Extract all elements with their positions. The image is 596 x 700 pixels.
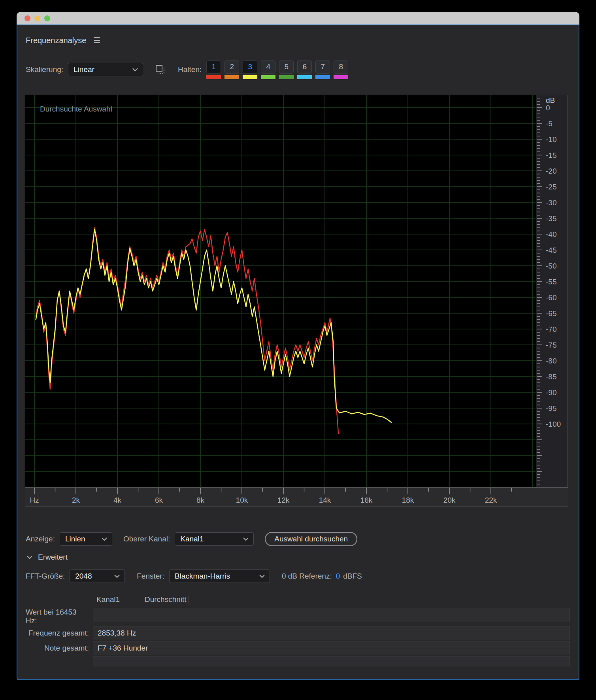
halten-hold-8: 8 [334, 61, 348, 79]
minimize-window-button[interactable] [34, 15, 40, 21]
zoom-window-button[interactable] [44, 15, 50, 21]
erweitert-collapse-icon[interactable] [27, 554, 32, 561]
freeze-selection-icon[interactable] [155, 63, 166, 76]
halten-button-4[interactable]: 4 [261, 61, 275, 74]
db-tick-label: -80 [546, 357, 556, 365]
table-row: Wert bei 16453 Hz: [26, 608, 570, 625]
db-tick-label: -75 [546, 341, 556, 349]
chevron-down-icon [243, 537, 249, 541]
freq-tick-label: 6k [155, 496, 163, 504]
db-tick-label: -100 [546, 420, 561, 428]
halten-buttons-group: 12345678 [206, 61, 348, 79]
table-col-durchschnitt: Durchschnitt [141, 595, 189, 604]
freq-tick-label: Hz [30, 496, 39, 504]
db-referenz-value[interactable]: 0 [336, 572, 340, 581]
db-tick-label: 0 [546, 104, 550, 112]
db-tick-label: -65 [546, 309, 556, 318]
freq-tick-label: 12k [277, 496, 290, 504]
halten-button-1[interactable]: 1 [206, 61, 221, 74]
halten-button-2[interactable]: 2 [224, 61, 239, 74]
page-title: Frequenzanalyse [26, 36, 86, 45]
db-tick-label: -5 [546, 119, 553, 128]
halten-hold-4: 4 [261, 61, 275, 79]
db-tick-label: -55 [546, 278, 556, 286]
halten-hold-6: 6 [297, 61, 312, 79]
halten-button-5[interactable]: 5 [279, 61, 294, 74]
skalierung-select[interactable]: Linear [68, 63, 143, 76]
oberer-kanal-label: Oberer Kanal: [123, 535, 170, 543]
halten-label: Halten: [178, 65, 202, 74]
chevron-down-icon [132, 68, 138, 72]
freq-tick-label: 14k [319, 496, 331, 504]
db-tick-label: -20 [546, 167, 556, 175]
titlebar[interactable] [17, 12, 579, 25]
db-tick-label: -10 [546, 135, 556, 144]
plot-background[interactable] [25, 95, 536, 487]
anzeige-label: Anzeige: [26, 535, 55, 543]
halten-color-strip-1 [206, 75, 221, 79]
halten-button-3[interactable]: 3 [243, 61, 257, 74]
freq-tick-label: 10k [236, 496, 248, 504]
db-tick-label: -60 [546, 293, 556, 302]
halten-color-strip-3 [243, 75, 257, 79]
auswahl-durchsuchen-button[interactable]: Auswahl durchsuchen [265, 532, 357, 546]
halten-color-strip-7 [315, 75, 330, 79]
table-row: Note gesamt:F7 +36 Hunder [26, 641, 570, 655]
freq-tick-label: 2k [72, 496, 80, 504]
db-axis-title: dB [546, 96, 555, 104]
freq-tick-label: 18k [402, 496, 414, 504]
table-row: Frequenz gesamt:2853,38 Hz [26, 626, 570, 640]
db-tick-label: -30 [546, 199, 556, 207]
erweitert-section-title[interactable]: Erweitert [38, 553, 68, 562]
db-referenz-label: 0 dB Referenz: [282, 572, 332, 581]
fft-groesse-select[interactable]: 2048 [70, 569, 125, 583]
db-tick-label: -40 [546, 230, 556, 238]
halten-button-8[interactable]: 8 [334, 61, 348, 74]
close-window-button[interactable] [25, 15, 30, 21]
fenster-label: Fenster: [137, 572, 164, 581]
fenster-select[interactable]: Blackman-Harris [169, 569, 270, 583]
frequency-spectrum-chart[interactable]: Durchsuchte AuswahldB0-5-10-15-20-25-30-… [25, 95, 568, 507]
halten-hold-3: 3 [243, 61, 257, 79]
halten-color-strip-6 [297, 75, 312, 79]
table-row-value [93, 656, 570, 666]
db-tick-label: -95 [546, 404, 556, 412]
db-tick-label: -25 [546, 183, 556, 191]
chevron-down-icon [114, 575, 120, 578]
db-tick-label: -70 [546, 325, 556, 333]
fft-groesse-label: FFT-Größe: [26, 572, 65, 581]
anzeige-select[interactable]: Linien [60, 532, 112, 546]
halten-button-7[interactable]: 7 [315, 61, 330, 74]
table-row-label [26, 656, 93, 666]
table-row-label: Wert bei 16453 Hz: [26, 608, 93, 625]
halten-color-strip-8 [334, 75, 348, 79]
halten-hold-5: 5 [279, 61, 294, 79]
oberer-kanal-select[interactable]: Kanal1 [175, 532, 254, 546]
skalierung-select-value: Linear [74, 65, 94, 74]
freq-tick-label: 16k [360, 496, 373, 504]
table-row-value [93, 608, 570, 622]
halten-hold-2: 2 [224, 61, 239, 79]
freq-tick-label: 20k [443, 496, 456, 504]
db-tick-label: -90 [546, 388, 556, 397]
halten-color-strip-4 [261, 75, 275, 79]
db-tick-label: -50 [546, 262, 556, 270]
freq-tick-label: 22k [485, 496, 497, 504]
oberer-kanal-select-value: Kanal1 [180, 535, 204, 543]
table-row-value: F7 +36 Hunder [93, 641, 570, 655]
halten-color-strip-5 [279, 75, 294, 79]
db-tick-label: -15 [546, 151, 556, 159]
table-col-kanal1: Kanal1 [93, 595, 141, 604]
panel-menu-icon[interactable]: ☰ [93, 36, 100, 44]
halten-color-strip-2 [224, 75, 239, 79]
freq-tick-label: 8k [196, 496, 205, 504]
db-referenz-unit: dBFS [343, 572, 362, 581]
halten-button-6[interactable]: 6 [297, 61, 312, 74]
table-row-label: Note gesamt: [26, 641, 93, 655]
db-tick-label: -85 [546, 373, 556, 381]
frequency-analysis-window: Frequenzanalyse ☰ Skalierung: Linear [17, 12, 579, 680]
fft-groesse-select-value: 2048 [75, 572, 92, 581]
db-tick-label: -35 [546, 214, 556, 223]
panel-content: Frequenzanalyse ☰ Skalierung: Linear [17, 25, 579, 680]
chart-watermark: Durchsuchte Auswahl [40, 105, 112, 113]
